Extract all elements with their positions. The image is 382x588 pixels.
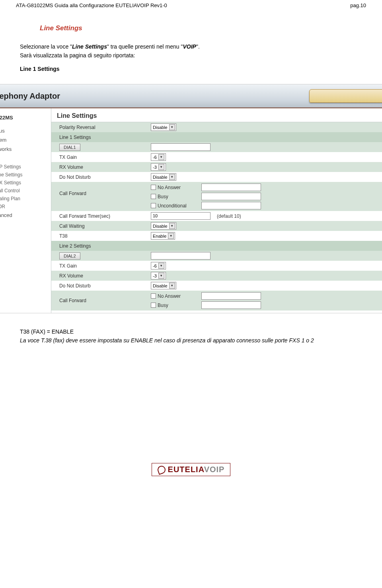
sidebar-nav: G81022MS Status System Networks VoIP SIP… xyxy=(0,108,51,313)
chevron-down-icon: ▼ xyxy=(158,164,164,170)
call-waiting-select[interactable]: Disable ▼ xyxy=(151,222,176,230)
select-value: Disable xyxy=(153,125,168,130)
dial2-button[interactable]: DIAL2 xyxy=(59,252,80,260)
page-number: pag.10 xyxy=(350,2,366,8)
rx-volume-select[interactable]: -3 ▼ xyxy=(151,163,166,171)
l2-dnd-select[interactable]: Disable ▼ xyxy=(151,282,176,289)
l2-call-forward-label: Call Forward xyxy=(59,291,151,303)
panel-heading: Line Settings xyxy=(51,112,382,122)
logo-text-a: EUTELIA xyxy=(168,465,204,474)
l2-cf-noanswer-input[interactable] xyxy=(201,292,261,300)
device-illustration xyxy=(309,89,382,103)
l2-tx-gain-select[interactable]: -6 ▼ xyxy=(151,262,166,270)
sidebar-sub-line-settings[interactable]: Line Settings xyxy=(0,171,51,179)
l2-cf-noanswer-checkbox[interactable] xyxy=(151,293,156,299)
sidebar-item-status[interactable]: Status xyxy=(0,126,51,135)
logo-text-b: VOIP xyxy=(204,465,225,474)
footer-logo: EUTELIAVOIP xyxy=(0,463,382,484)
cf-unconditional-input[interactable] xyxy=(201,202,261,209)
l2-cf-busy-input[interactable] xyxy=(201,301,261,309)
line-settings-ref: Line Settings xyxy=(72,43,107,50)
sidebar-item-networks[interactable]: Networks xyxy=(0,145,51,154)
chevron-down-icon: ▼ xyxy=(168,233,174,239)
l2-cf-busy-label: Busy xyxy=(158,303,201,308)
polarity-reversal-label: Polarity Reversal xyxy=(59,125,151,130)
l2-cf-busy-checkbox[interactable] xyxy=(151,303,156,308)
cf-busy-label: Busy xyxy=(158,194,201,199)
intro-paragraph-2: Sarà visualizzata la pagina di seguito r… xyxy=(20,52,362,59)
sidebar-item-system[interactable]: System xyxy=(0,135,51,145)
cf-timer-label: Call Forward Timer(sec) xyxy=(59,213,151,219)
dial1-input[interactable] xyxy=(151,143,210,151)
text: ". xyxy=(196,43,200,50)
t38-enable-line: T38 (FAX) = ENABLE xyxy=(20,328,362,335)
doc-title: ATA-G81022MS Guida alla Configurazione E… xyxy=(16,2,167,8)
chevron-down-icon: ▼ xyxy=(158,263,164,269)
select-value: Disable xyxy=(153,175,168,180)
l2-rx-volume-label: RX Volume xyxy=(59,273,151,279)
t38-note: La voce T.38 (fax) deve essere impostata… xyxy=(20,337,362,344)
dial2-input[interactable] xyxy=(151,252,210,260)
l2-cf-noanswer-label: No Answer xyxy=(158,293,201,299)
settings-panel: Line Settings Polarity Reversal Disable … xyxy=(51,108,382,313)
select-value: -3 xyxy=(153,165,157,170)
cf-unconditional-label: Unconditional xyxy=(158,203,201,209)
t38-select[interactable]: Enable ▼ xyxy=(151,232,175,240)
rx-volume-label: RX Volume xyxy=(59,164,151,170)
cf-busy-checkbox[interactable] xyxy=(151,194,156,199)
call-forward-label: Call Forward xyxy=(59,182,151,196)
chevron-down-icon: ▼ xyxy=(158,273,164,279)
sidebar-sub-iax-settings[interactable]: IAX Settings xyxy=(0,179,51,187)
call-waiting-label: Call Waiting xyxy=(59,223,151,229)
polarity-reversal-select[interactable]: Disable ▼ xyxy=(151,123,176,131)
chevron-down-icon: ▼ xyxy=(169,283,175,289)
text: " tra quelle presenti nel menu " xyxy=(107,43,183,50)
cf-busy-input[interactable] xyxy=(201,193,261,200)
l2-dnd-label: Do Not Disturb xyxy=(59,283,151,289)
cf-noanswer-label: No Answer xyxy=(158,185,201,190)
line1-settings-heading: Line 1 Settings xyxy=(20,66,362,72)
voip-ref: VOIP xyxy=(183,43,196,50)
chevron-down-icon: ▼ xyxy=(169,124,175,130)
select-value: -6 xyxy=(153,155,157,160)
chevron-down-icon: ▼ xyxy=(158,154,164,160)
text: Selezionare la voce " xyxy=(20,43,72,50)
logo-swirl-icon xyxy=(156,465,167,475)
select-value: -3 xyxy=(153,273,157,278)
tx-gain-label: TX Gain xyxy=(59,154,151,160)
line1-group-label: Line 1 Settings xyxy=(59,135,91,140)
dnd-label: Do Not Disturb xyxy=(59,174,151,180)
cf-unconditional-checkbox[interactable] xyxy=(151,203,156,208)
sidebar-sub-call-control[interactable]: Call Control xyxy=(0,187,51,195)
l2-tx-gain-label: TX Gain xyxy=(59,263,151,269)
config-screenshot: Telephony Adaptor G81022MS Status System… xyxy=(0,84,382,313)
cf-timer-hint: (default 10) xyxy=(217,213,241,219)
select-value: -6 xyxy=(153,264,157,268)
sidebar-item-advanced[interactable]: Advanced xyxy=(0,211,51,220)
cf-noanswer-input[interactable] xyxy=(201,184,261,191)
section-title: Line Settings xyxy=(40,24,362,32)
chevron-down-icon: ▼ xyxy=(169,223,175,229)
l2-rx-volume-select[interactable]: -3 ▼ xyxy=(151,272,166,279)
select-value: Disable xyxy=(153,224,168,229)
select-value: Enable xyxy=(153,234,166,238)
sidebar-sub-cdr[interactable]: CDR xyxy=(0,203,51,211)
sidebar-sub-sip-settings[interactable]: SIP Settings xyxy=(0,163,51,171)
dnd-select[interactable]: Disable ▼ xyxy=(151,173,176,181)
dial1-button[interactable]: DIAL1 xyxy=(59,144,80,151)
select-value: Disable xyxy=(153,283,168,288)
chevron-down-icon: ▼ xyxy=(169,174,175,180)
sidebar-model-label: G81022MS xyxy=(0,113,51,126)
line2-group-label: Line 2 Settings xyxy=(59,243,91,249)
cf-noanswer-checkbox[interactable] xyxy=(151,185,156,190)
intro-paragraph-1: Selezionare la voce "Line Settings" tra … xyxy=(20,43,362,50)
t38-label: T38 xyxy=(59,233,151,239)
tx-gain-select[interactable]: -6 ▼ xyxy=(151,153,166,161)
cf-timer-input[interactable]: 10 xyxy=(151,212,210,220)
app-title: Telephony Adaptor xyxy=(0,92,60,101)
sidebar-sub-dialing-plan[interactable]: Dialing Plan xyxy=(0,195,51,203)
sidebar-item-voip[interactable]: VoIP xyxy=(0,154,51,163)
